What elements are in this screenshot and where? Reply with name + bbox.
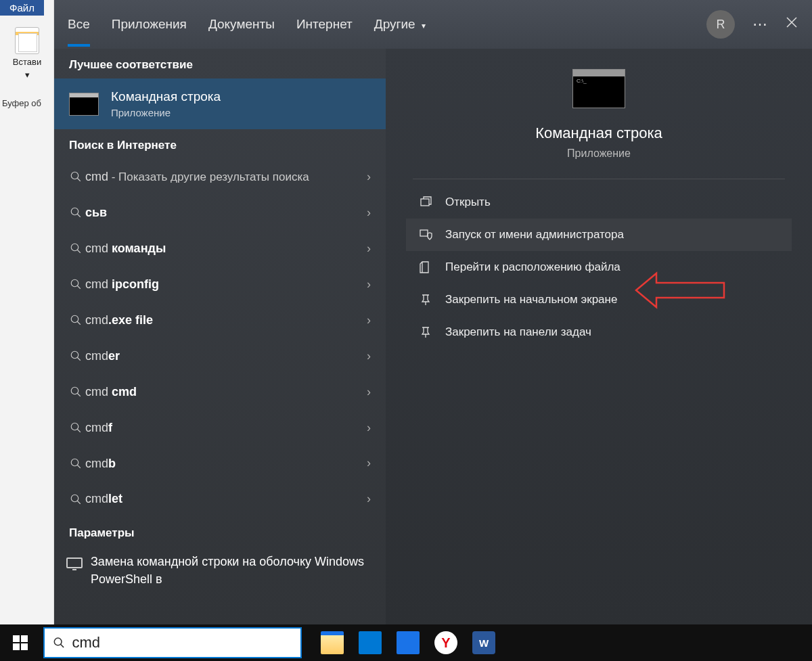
search-input[interactable] <box>72 634 292 652</box>
svg-point-1 <box>71 208 78 216</box>
search-icon <box>66 314 85 326</box>
taskbar-word-icon[interactable]: W <box>472 631 495 654</box>
taskbar-app-icon[interactable] <box>397 631 420 654</box>
action-pin-start[interactable]: Закрепить на начальном экране <box>406 283 792 316</box>
taskbar-yandex-icon[interactable]: Y <box>434 631 457 654</box>
web-result-item[interactable]: cmd - Показать другие результаты поиска … <box>54 159 386 195</box>
close-button[interactable] <box>785 16 798 33</box>
chevron-right-icon: › <box>367 277 371 292</box>
word-paste-label: Встави <box>13 57 41 67</box>
tab-internet[interactable]: Интернет <box>296 10 353 39</box>
chevron-right-icon: › <box>367 242 371 256</box>
chevron-right-icon: › <box>367 492 371 506</box>
svg-rect-14 <box>13 643 20 650</box>
shield-icon <box>418 228 433 242</box>
preview-title: Командная строка <box>535 124 662 142</box>
chevron-right-icon: › <box>367 313 371 327</box>
action-open[interactable]: Открыть <box>406 186 792 219</box>
search-icon <box>66 350 85 362</box>
search-icon <box>66 170 85 183</box>
svg-point-5 <box>71 351 78 359</box>
svg-rect-12 <box>13 635 20 642</box>
svg-rect-11 <box>420 230 428 236</box>
word-clipboard-group-label: Буфер об <box>2 98 41 108</box>
web-result-item[interactable]: cmd cmd › <box>54 374 386 410</box>
search-icon <box>53 636 65 649</box>
web-result-text: cmd - Показать другие результаты поиска <box>85 168 367 185</box>
tab-all[interactable]: Все <box>68 10 90 39</box>
svg-point-16 <box>54 638 62 645</box>
search-icon <box>66 278 85 290</box>
taskbar-search-box[interactable] <box>43 627 302 658</box>
cmd-app-icon <box>69 93 99 116</box>
clipboard-icon <box>15 27 39 54</box>
chevron-right-icon: › <box>367 206 371 220</box>
svg-point-0 <box>71 173 78 180</box>
chevron-right-icon: › <box>367 349 371 363</box>
tab-apps[interactable]: Приложения <box>112 10 187 39</box>
web-result-item[interactable]: cmdb › <box>54 446 386 482</box>
taskbar-app-icon[interactable] <box>359 631 382 654</box>
web-result-item[interactable]: cmdlet › <box>54 481 386 517</box>
chevron-right-icon: › <box>367 456 371 470</box>
taskbar-explorer-icon[interactable] <box>321 631 344 654</box>
svg-point-6 <box>71 387 78 394</box>
search-icon <box>66 386 85 398</box>
settings-result-item[interactable]: Замена командной строки на оболочку Wind… <box>54 547 386 597</box>
best-match-title: Командная строка <box>111 89 221 104</box>
web-result-item[interactable]: cmder › <box>54 338 386 374</box>
svg-point-2 <box>71 244 78 252</box>
web-result-item[interactable]: cmd.exe file › <box>54 302 386 338</box>
preview-pane: C:\_ Командная строка Приложение Открыть <box>386 49 812 624</box>
web-result-item[interactable]: cmdf › <box>54 410 386 446</box>
web-result-item[interactable]: cmd ipconfig › <box>54 267 386 302</box>
action-pin-taskbar[interactable]: Закрепить на панели задач <box>406 316 792 348</box>
tab-other[interactable]: Другие ▾ <box>374 10 426 39</box>
filter-tabs: Все Приложения Документы Интернет Другие… <box>54 0 812 49</box>
action-run-as-admin[interactable]: Запуск от имени администратора <box>406 219 792 251</box>
web-search-header: Поиск в Интернете <box>54 129 386 159</box>
search-panel: Все Приложения Документы Интернет Другие… <box>54 0 812 624</box>
start-button[interactable] <box>0 624 41 661</box>
web-result-text: cmd команды <box>85 240 367 257</box>
open-icon <box>418 196 433 209</box>
web-result-text: cmd ipconfig <box>85 276 367 293</box>
best-match-subtitle: Приложение <box>111 107 221 118</box>
results-list: Лучшее соответствие Командная строка При… <box>54 49 386 624</box>
svg-point-9 <box>71 495 78 502</box>
settings-header: Параметры <box>54 517 386 547</box>
web-result-text: сьв <box>85 204 367 221</box>
svg-rect-13 <box>21 635 28 642</box>
svg-point-4 <box>71 315 78 323</box>
best-match-header: Лучшее соответствие <box>54 49 386 78</box>
web-result-item[interactable]: сьв › <box>54 195 386 231</box>
monitor-icon <box>66 557 83 568</box>
web-result-text: cmdf <box>85 419 367 436</box>
search-icon <box>66 206 85 219</box>
preview-app-icon: C:\_ <box>572 69 625 108</box>
search-icon <box>66 457 85 470</box>
word-file-tab[interactable]: Файл <box>0 0 44 16</box>
best-match-item[interactable]: Командная строка Приложение <box>54 78 386 129</box>
search-icon <box>66 493 85 505</box>
svg-point-3 <box>71 280 78 288</box>
more-options-button[interactable]: ⋯ <box>752 16 767 33</box>
action-open-location[interactable]: Перейти к расположению файла <box>406 251 792 283</box>
web-result-item[interactable]: cmd команды › <box>54 231 386 267</box>
taskbar: Y W <box>0 624 812 661</box>
svg-rect-10 <box>421 199 429 206</box>
chevron-right-icon: › <box>367 421 371 435</box>
file-location-icon <box>418 260 433 274</box>
divider <box>413 179 785 179</box>
search-icon <box>66 242 85 254</box>
web-result-text: cmd cmd <box>85 384 367 401</box>
chevron-right-icon: › <box>367 385 371 399</box>
user-avatar[interactable]: R <box>706 10 735 39</box>
web-result-text: cmd.exe file <box>85 312 367 329</box>
chevron-down-icon: ▾ <box>25 70 30 80</box>
web-result-text: cmder <box>85 348 367 365</box>
preview-subtitle: Приложение <box>567 147 631 160</box>
tab-documents[interactable]: Документы <box>208 10 275 39</box>
word-paste-button[interactable]: Встави ▾ <box>7 27 47 80</box>
svg-point-8 <box>71 459 78 466</box>
